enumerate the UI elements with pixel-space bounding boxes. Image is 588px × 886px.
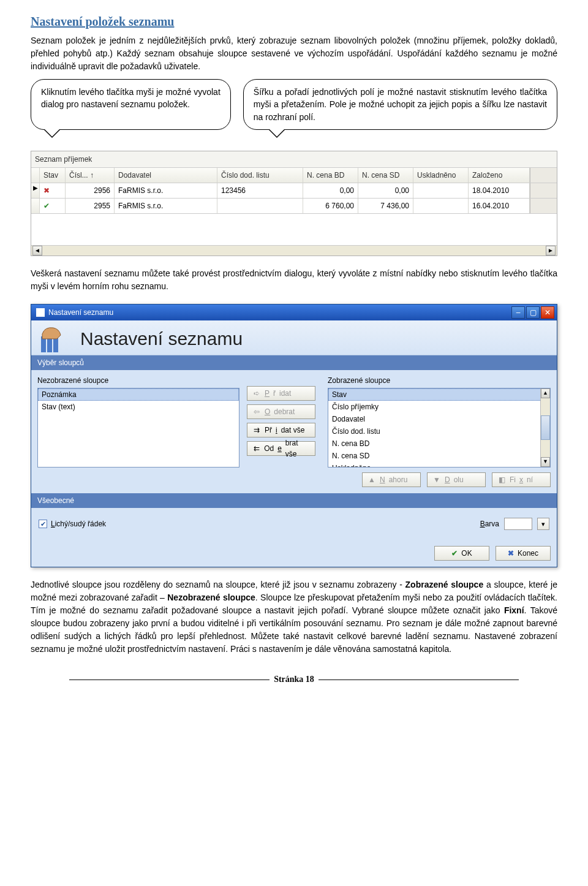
listbox-hidden-columns[interactable]: Poznámka Stav (text) bbox=[37, 388, 239, 468]
dialog-footer: ✔OK ✖Konec bbox=[31, 541, 557, 567]
row-marker bbox=[31, 199, 40, 213]
cell-nsd: 7 436,00 bbox=[358, 199, 413, 213]
grid-header-row: Stav Čísl... ↑ Dodavatel Číslo dod. list… bbox=[31, 167, 557, 183]
grid-title: Seznam příjemek bbox=[31, 151, 557, 167]
col-header-zalozeno[interactable]: Založeno bbox=[469, 168, 530, 183]
arrow-right-icon: ➪ bbox=[252, 389, 261, 398]
listbox-visible-columns[interactable]: Stav Číslo příjemky Dodavatel Číslo dod.… bbox=[328, 388, 551, 468]
dialog-header: Nastavení seznamu bbox=[31, 320, 557, 355]
cell-cdl: 123456 bbox=[217, 183, 303, 198]
minimize-icon[interactable]: – bbox=[511, 306, 525, 319]
col-header-dodavatel[interactable]: Dodavatel bbox=[115, 168, 217, 183]
cell-dodavatel: FaRMIS s.r.o. bbox=[115, 199, 217, 213]
cell-cislo: 2956 bbox=[66, 183, 115, 198]
label-nezobrazene: Nezobrazené sloupce bbox=[37, 375, 239, 386]
label-zobrazene: Zobrazené sloupce bbox=[328, 375, 551, 386]
col-header-cislo-dod-listu[interactable]: Číslo dod. listu bbox=[217, 168, 303, 183]
cell-nsd: 0,00 bbox=[358, 183, 413, 198]
remove-button[interactable]: ⇦Odebrat bbox=[247, 404, 315, 419]
col-header-uskladneno[interactable]: Uskladněno bbox=[413, 168, 469, 183]
maximize-icon[interactable]: ▢ bbox=[526, 306, 540, 319]
arrow-up-icon: ▲ bbox=[368, 475, 376, 484]
checkmark-icon: ✔ bbox=[39, 520, 47, 528]
grid-corner[interactable] bbox=[31, 168, 40, 183]
check-icon: ✔ bbox=[451, 548, 458, 559]
callout-left: Kliknutím levého tlačítka myši je možné … bbox=[31, 79, 231, 130]
arrow-down-icon: ▼ bbox=[432, 475, 441, 484]
cell-zal: 18.04.2010 bbox=[469, 183, 530, 198]
cell-dodavatel: FaRMIS s.r.o. bbox=[115, 183, 217, 198]
table-row[interactable]: ✔ 2955 FaRMIS s.r.o. 6 760,00 7 436,00 1… bbox=[31, 198, 557, 213]
intro-paragraph: Seznam položek je jedním z nejdůležitějš… bbox=[31, 34, 557, 73]
table-row[interactable]: ▶ ✖ 2956 FaRMIS s.r.o. 123456 0,00 0,00 … bbox=[31, 183, 557, 198]
col-header-ncena-bd[interactable]: N. cena BD bbox=[303, 168, 358, 183]
list-item[interactable]: Dodavatel bbox=[328, 413, 550, 425]
col-header-stav[interactable]: Stav bbox=[40, 168, 66, 183]
vertical-scrollbar[interactable]: ▲ ▼ bbox=[540, 388, 550, 467]
section-heading: Nastavení položek seznamu bbox=[31, 12, 557, 31]
callouts-row: Kliknutím levého tlačítka myši je možné … bbox=[31, 79, 557, 130]
app-icon bbox=[36, 308, 45, 317]
settings-dialog: Nastavení seznamu – ▢ ✕ Nastavení seznam… bbox=[31, 304, 557, 567]
ok-button[interactable]: ✔OK bbox=[434, 546, 489, 561]
cell-filler bbox=[530, 183, 557, 198]
cell-stav: ✔ bbox=[40, 199, 66, 213]
cancel-button[interactable]: ✖Konec bbox=[496, 546, 551, 561]
arrow-left-icon: ⇦ bbox=[252, 407, 261, 416]
cell-stav: ✖ bbox=[40, 183, 66, 198]
cell-usk bbox=[413, 183, 469, 198]
list-item[interactable]: N. cena SD bbox=[328, 450, 550, 462]
grid-horizontal-scrollbar[interactable]: ◄ ► bbox=[31, 245, 557, 256]
list-item[interactable]: Číslo dod. listu bbox=[328, 425, 550, 437]
bottom-paragraph: Jednotlivé sloupce jsou rozděleny do sez… bbox=[31, 578, 557, 656]
fixed-button[interactable]: ◧Fixní bbox=[492, 472, 551, 487]
color-swatch[interactable] bbox=[504, 518, 532, 530]
list-item[interactable]: Číslo příjemky bbox=[328, 401, 550, 413]
list-item[interactable]: N. cena BD bbox=[328, 437, 550, 450]
cell-zal: 16.04.2010 bbox=[469, 199, 530, 213]
col-header-cislo[interactable]: Čísl... ↑ bbox=[66, 168, 115, 183]
callout-right: Šířku a pořadí jednotlivých polí je možn… bbox=[243, 79, 557, 130]
odd-even-checkbox[interactable]: ✔ Lichý/sudý řádek bbox=[39, 518, 106, 529]
color-label: Barva bbox=[480, 518, 499, 529]
x-icon: ✖ bbox=[508, 548, 514, 559]
page-footer: Stránka 18 bbox=[31, 673, 557, 686]
pin-icon: ◧ bbox=[497, 475, 506, 484]
list-item[interactable]: Stav (text) bbox=[38, 401, 239, 413]
color-picker-button[interactable]: ▾ bbox=[537, 518, 549, 530]
grid-empty-area bbox=[31, 213, 557, 245]
close-icon[interactable]: ✕ bbox=[541, 306, 554, 319]
cell-nbd: 6 760,00 bbox=[303, 199, 358, 213]
cell-cislo: 2955 bbox=[66, 199, 115, 213]
add-all-button[interactable]: ⇉Přidat vše bbox=[247, 423, 315, 437]
move-up-button[interactable]: ▲Nahoru bbox=[362, 472, 421, 487]
list-item[interactable]: Stav bbox=[328, 388, 550, 401]
section-bar-general: Všeobecné bbox=[31, 493, 557, 508]
scroll-left-icon[interactable]: ◄ bbox=[32, 246, 42, 256]
section-bar-columns: Výběr sloupců bbox=[31, 355, 557, 370]
scroll-thumb[interactable] bbox=[541, 415, 550, 440]
cell-usk bbox=[413, 199, 469, 213]
page-number: Stránka 18 bbox=[274, 675, 314, 684]
double-arrow-left-icon: ⇇ bbox=[252, 444, 260, 453]
hand-columns-icon bbox=[39, 324, 73, 354]
grid-screenshot: Seznam příjemek Stav Čísl... ↑ Dodavatel… bbox=[31, 151, 557, 256]
double-arrow-right-icon: ⇉ bbox=[252, 426, 261, 434]
scroll-down-icon[interactable]: ▼ bbox=[541, 457, 550, 467]
scroll-up-icon[interactable]: ▲ bbox=[541, 388, 550, 398]
cell-cdl bbox=[217, 199, 303, 213]
dialog-heading: Nastavení seznamu bbox=[80, 325, 243, 352]
list-item[interactable]: Uskladněno bbox=[328, 462, 550, 468]
add-button[interactable]: ➪Přidat bbox=[247, 386, 315, 401]
row-marker-icon: ▶ bbox=[31, 183, 40, 198]
scroll-right-icon[interactable]: ► bbox=[546, 246, 556, 256]
dialog-titlebar[interactable]: Nastavení seznamu – ▢ ✕ bbox=[31, 305, 557, 320]
mid-paragraph: Veškerá nastavení seznamu můžete také pr… bbox=[31, 267, 557, 293]
list-item[interactable]: Poznámka bbox=[38, 388, 239, 401]
dialog-title: Nastavení seznamu bbox=[48, 307, 113, 318]
remove-all-button[interactable]: ⇇Odebrat vše bbox=[247, 441, 315, 456]
move-down-button[interactable]: ▼Dolu bbox=[427, 472, 486, 487]
col-header-ncena-sd[interactable]: N. cena SD bbox=[358, 168, 413, 183]
col-header-filler bbox=[530, 168, 557, 183]
cell-filler bbox=[530, 199, 557, 213]
